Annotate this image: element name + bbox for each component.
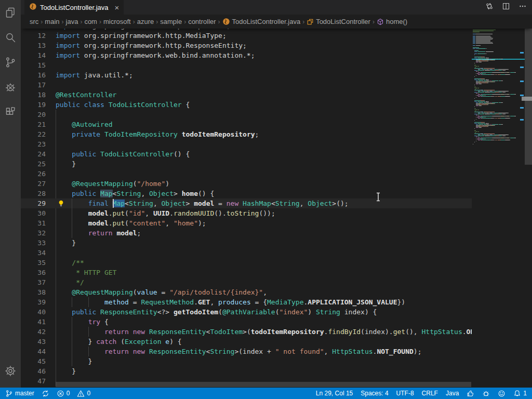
statusbar-indentation[interactable]: Spaces: 4 bbox=[361, 390, 388, 397]
line-number[interactable]: 30 bbox=[21, 208, 46, 218]
line-number[interactable]: 21 bbox=[21, 119, 46, 129]
breadcrumb-item[interactable]: microsoft bbox=[103, 18, 131, 25]
breadcrumb-item[interactable]: com bbox=[84, 18, 97, 25]
line-number[interactable]: 31 bbox=[21, 218, 46, 228]
line-number[interactable]: 43 bbox=[21, 337, 46, 347]
minimap[interactable] bbox=[472, 0, 525, 388]
statusbar-feedback[interactable] bbox=[498, 390, 506, 397]
vertical-scrollbar[interactable] bbox=[525, 0, 532, 388]
code-line[interactable]: 25 } bbox=[21, 159, 472, 169]
line-number[interactable]: 23 bbox=[21, 139, 46, 149]
line-number[interactable]: 26 bbox=[21, 169, 46, 179]
breadcrumb-item[interactable]: azure bbox=[137, 18, 154, 25]
code-line[interactable]: 19public class TodoListController { bbox=[21, 100, 472, 110]
code-line[interactable]: 27 @RequestMapping("/home") bbox=[21, 179, 472, 189]
line-number[interactable]: 38 bbox=[21, 287, 46, 297]
line-number[interactable]: 29 bbox=[21, 198, 46, 208]
code-line[interactable]: 13import org.springframework.http.Respon… bbox=[21, 41, 472, 50]
line-number[interactable]: 40 bbox=[21, 307, 46, 317]
statusbar-errors[interactable]: 0 bbox=[57, 390, 70, 397]
line-number[interactable]: 28 bbox=[21, 189, 46, 198]
code-line[interactable]: 32 return model; bbox=[21, 228, 472, 238]
code-editor[interactable]: 11import org.springframework.http.HttpSt… bbox=[21, 0, 472, 388]
search-icon[interactable] bbox=[0, 25, 21, 50]
line-number[interactable]: 44 bbox=[21, 347, 46, 356]
statusbar-bug[interactable] bbox=[482, 390, 490, 397]
line-number[interactable]: 41 bbox=[21, 317, 46, 327]
split-editor-icon[interactable] bbox=[502, 2, 510, 12]
code-line[interactable]: 38 @RequestMapping(value = "/api/todolis… bbox=[21, 287, 472, 297]
line-number[interactable]: 36 bbox=[21, 268, 46, 277]
code-line[interactable]: 20 bbox=[21, 110, 472, 119]
line-number[interactable]: 20 bbox=[21, 110, 46, 119]
tab-close-icon[interactable]: × bbox=[115, 4, 119, 11]
line-number[interactable]: 42 bbox=[21, 327, 46, 337]
line-number[interactable]: 12 bbox=[21, 31, 46, 41]
extensions-icon[interactable] bbox=[0, 100, 21, 125]
statusbar-warnings[interactable]: 0 bbox=[77, 390, 90, 397]
code-line[interactable]: 12import org.springframework.http.MediaT… bbox=[21, 31, 472, 41]
statusbar-eol[interactable]: CRLF bbox=[422, 390, 438, 397]
code-line[interactable]: 16import java.util.*; bbox=[21, 70, 472, 80]
code-line[interactable]: 45 } bbox=[21, 356, 472, 366]
line-number[interactable]: 15 bbox=[21, 60, 46, 70]
line-number[interactable]: 13 bbox=[21, 41, 46, 50]
line-number[interactable]: 16 bbox=[21, 70, 46, 80]
code-line[interactable]: 41 try { bbox=[21, 317, 472, 327]
code-line[interactable]: 17 bbox=[21, 80, 472, 90]
line-number[interactable]: 34 bbox=[21, 248, 46, 258]
code-line[interactable]: 43 } catch (Exception e) { bbox=[21, 337, 472, 347]
horizontal-scrollbar[interactable] bbox=[56, 382, 471, 387]
code-line[interactable]: 30 model.put("id", UUID.randomUUID().toS… bbox=[21, 208, 472, 218]
code-line[interactable]: 31 model.put("content", "home"); bbox=[21, 218, 472, 228]
code-line[interactable]: 23 bbox=[21, 139, 472, 149]
line-number[interactable]: 14 bbox=[21, 50, 46, 60]
line-number[interactable]: 17 bbox=[21, 80, 46, 90]
line-number[interactable]: 25 bbox=[21, 159, 46, 169]
statusbar-encoding[interactable]: UTF-8 bbox=[396, 390, 414, 397]
open-changes-icon[interactable] bbox=[485, 2, 494, 12]
code-line[interactable]: 18@RestController bbox=[21, 90, 472, 100]
line-number[interactable]: 33 bbox=[21, 238, 46, 248]
run-debug-icon[interactable] bbox=[0, 75, 21, 100]
code-line[interactable]: 29 final Map<String, Object> model = new… bbox=[21, 198, 472, 208]
line-number[interactable]: 27 bbox=[21, 179, 46, 189]
code-line[interactable]: 34 bbox=[21, 248, 472, 258]
line-number[interactable]: 47 bbox=[21, 376, 46, 386]
code-line[interactable]: 44 return new ResponseEntity<String>(ind… bbox=[21, 347, 472, 356]
code-line[interactable]: 35 /** bbox=[21, 258, 472, 268]
line-number[interactable]: 32 bbox=[21, 228, 46, 238]
breadcrumb-item[interactable]: TodoListController.java bbox=[222, 18, 301, 25]
breadcrumb-item[interactable]: sample bbox=[160, 18, 182, 25]
code-line[interactable]: 33 } bbox=[21, 238, 472, 248]
code-line[interactable]: 14import org.springframework.web.bind.an… bbox=[21, 50, 472, 60]
code-line[interactable]: 22 private TodoItemRepository todoItemRe… bbox=[21, 129, 472, 139]
statusbar-cursor-position[interactable]: Ln 29, Col 15 bbox=[316, 390, 353, 397]
line-number[interactable]: 22 bbox=[21, 129, 46, 139]
source-control-icon[interactable] bbox=[0, 50, 21, 75]
line-number[interactable]: 46 bbox=[21, 366, 46, 376]
code-line[interactable]: 28 public Map<String, Object> home() { bbox=[21, 189, 472, 198]
code-line[interactable]: 36 * HTTP GET bbox=[21, 268, 472, 277]
code-line[interactable]: 21 @Autowired bbox=[21, 119, 472, 129]
statusbar-sync[interactable] bbox=[42, 390, 49, 397]
breadcrumb-item[interactable]: TodoListController bbox=[307, 18, 370, 25]
breadcrumb-item[interactable]: java bbox=[66, 18, 78, 25]
line-number[interactable]: 37 bbox=[21, 277, 46, 287]
code-line[interactable]: 26 bbox=[21, 169, 472, 179]
statusbar-language-mode[interactable]: Java bbox=[446, 390, 459, 397]
line-number[interactable]: 18 bbox=[21, 90, 46, 100]
breadcrumb-item[interactable]: src bbox=[30, 18, 38, 25]
line-number[interactable]: 35 bbox=[21, 258, 46, 268]
statusbar-notifications[interactable]: 1 bbox=[513, 390, 527, 397]
code-line[interactable]: 40 public ResponseEntity<?> getTodoItem(… bbox=[21, 307, 472, 317]
more-actions-icon[interactable] bbox=[518, 2, 527, 12]
explorer-icon[interactable] bbox=[0, 0, 21, 25]
code-line[interactable]: 37 */ bbox=[21, 277, 472, 287]
tab-active[interactable]: TodoListController.java × bbox=[24, 0, 124, 15]
breadcrumb-item[interactable]: main bbox=[45, 18, 59, 25]
code-line[interactable]: 24 public TodoListController() { bbox=[21, 149, 472, 159]
code-line[interactable]: 15 bbox=[21, 60, 472, 70]
code-line[interactable]: 46 } bbox=[21, 366, 472, 376]
line-number[interactable]: 19 bbox=[21, 100, 46, 110]
